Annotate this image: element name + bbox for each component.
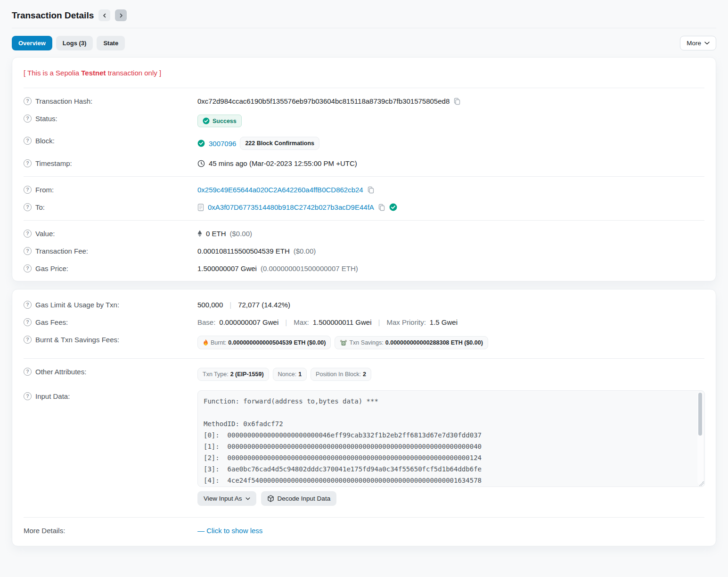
gas-usage-text: 72,077 (14.42%) [238, 301, 290, 309]
more-button[interactable]: More [680, 36, 716, 50]
check-circle-icon [203, 117, 210, 124]
gas-price-amount-text: 1.500000007 Gwei [197, 264, 257, 272]
tab-state[interactable]: State [97, 36, 125, 50]
input-data-line: [1]: 00000000000000000000000000000000000… [204, 441, 692, 452]
separator: | [229, 301, 231, 309]
block-label: ? Block: [24, 137, 197, 145]
view-input-as-button[interactable]: View Input As [197, 491, 256, 506]
help-icon[interactable]: ? [24, 247, 32, 255]
help-icon[interactable]: ? [24, 392, 32, 400]
decode-input-data-button[interactable]: Decode Input Data [261, 491, 337, 506]
txn-savings-value-text: 0.000000000000288308 ETH ($0.00) [385, 339, 483, 346]
status-value: Success [197, 115, 704, 127]
to-address-link[interactable]: 0xA3f07D6773514480b918C2742b027b3acD9E44… [208, 203, 374, 211]
help-icon[interactable]: ? [24, 368, 32, 376]
divider [24, 220, 704, 221]
timestamp-label: ? Timestamp: [24, 159, 197, 167]
value-value: 0 ETH ($0.00) [197, 230, 704, 238]
value-usd-text: ($0.00) [230, 230, 253, 238]
details-card: ? Gas Limit & Usage by Txn: 500,000 | 72… [12, 289, 716, 546]
copy-icon [367, 186, 375, 194]
value-label-text: Value: [35, 230, 55, 238]
copy-to-address-button[interactable] [378, 204, 385, 211]
tab-logs[interactable]: Logs (3) [56, 36, 93, 50]
more-button-label: More [687, 40, 701, 47]
input-data-textarea[interactable]: Function: forward(address to,bytes data)… [197, 390, 705, 487]
transaction-fee-label: ? Transaction Fee: [24, 247, 197, 255]
help-icon[interactable]: ? [24, 97, 32, 105]
testnet-warning-bold: Testnet [81, 69, 106, 77]
burnt-fees-value: Burnt: 0.000000000000504539 ETH ($0.00) … [197, 336, 704, 349]
base-fee-value: 0.000000007 Gwei [219, 318, 278, 326]
position-in-block-value: 2 [363, 371, 366, 378]
other-attributes-label-text: Other Attributes: [35, 368, 86, 376]
block-value: 3007096 222 Block Confirmations [197, 137, 704, 150]
chevron-left-icon [102, 13, 107, 18]
tabs: Overview Logs (3) State [12, 36, 680, 50]
help-icon[interactable]: ? [24, 230, 32, 238]
help-icon[interactable]: ? [24, 115, 32, 123]
help-icon[interactable]: ? [24, 318, 32, 326]
help-icon[interactable]: ? [24, 186, 32, 194]
help-icon[interactable]: ? [24, 336, 32, 344]
timestamp-text: 45 mins ago (Mar-02-2023 12:55:00 PM +UT… [209, 159, 357, 167]
divider [24, 517, 704, 518]
help-icon[interactable]: ? [24, 203, 32, 211]
transaction-fee-label-text: Transaction Fee: [35, 247, 88, 255]
txn-savings-badge: Txn Savings: 0.000000000000288308 ETH ($… [335, 336, 488, 349]
other-attributes-label: ? Other Attributes: [24, 368, 197, 376]
gas-limit-row: ? Gas Limit & Usage by Txn: 500,000 | 72… [24, 296, 704, 313]
timestamp-label-text: Timestamp: [35, 159, 72, 167]
resize-grip-icon[interactable] [699, 481, 704, 486]
input-data-scrollbar[interactable] [697, 392, 703, 485]
timestamp-row: ? Timestamp: 45 mins ago (Mar-02-2023 12… [24, 155, 704, 172]
to-row: ? To: 0xA3f07D6773514480b918C2742b027b3a… [24, 198, 704, 216]
decode-icon [267, 495, 274, 502]
txn-type-label: Txn Type: [203, 371, 229, 378]
help-icon[interactable]: ? [24, 159, 32, 167]
more-details-label: More Details: [24, 527, 197, 535]
scrollbar-thumb[interactable] [698, 393, 702, 436]
status-label-text: Status: [35, 115, 57, 123]
copy-from-address-button[interactable] [367, 186, 375, 194]
from-label-text: From: [35, 186, 54, 194]
transaction-hash-row: ? Transaction Hash: 0xc72d984ccac6190b5f… [24, 92, 704, 110]
tab-overview[interactable]: Overview [12, 36, 52, 50]
to-label-text: To: [35, 203, 45, 211]
block-row: ? Block: 3007096 222 Block Confirmations [24, 132, 704, 155]
divider [24, 88, 704, 88]
help-icon[interactable]: ? [24, 264, 32, 272]
page-title: Transaction Details [12, 10, 94, 21]
next-transaction-button[interactable] [115, 9, 127, 21]
burnt-fees-row: ? Burnt & Txn Savings Fees: Burnt: 0.000… [24, 331, 704, 354]
copy-transaction-hash-button[interactable] [453, 98, 461, 105]
input-data-line: [3]: 6ae0bc76cad4d5c94802dddc370041e175f… [204, 463, 692, 475]
nonce-value: 1 [298, 371, 302, 378]
previous-transaction-button[interactable] [98, 9, 110, 21]
input-data-line: [5]: 543c0000000000000000000000000000000… [204, 486, 692, 487]
gas-fees-label: ? Gas Fees: [24, 318, 197, 326]
input-data-line: MethodID: 0x6fadcf72 [204, 418, 692, 429]
help-icon[interactable]: ? [24, 137, 32, 145]
view-input-as-label: View Input As [204, 495, 242, 502]
base-fee-label: Base: [197, 318, 215, 326]
block-number-link[interactable]: 3007096 [209, 140, 236, 148]
other-attributes-value: Txn Type: 2 (EIP-1559) Nonce: 1 Position… [197, 368, 704, 381]
input-data-label-text: Input Data: [35, 392, 70, 400]
burnt-badge: Burnt: 0.000000000000504539 ETH ($0.00) [197, 336, 331, 349]
divider [24, 176, 704, 177]
click-to-show-less-link[interactable]: — Click to show less [197, 527, 262, 535]
from-address-link[interactable]: 0x259c49E65644a020C2A642260a4ffB0CD862cb… [197, 186, 363, 194]
gas-limit-label-text: Gas Limit & Usage by Txn: [35, 301, 119, 309]
chevron-down-icon [245, 497, 250, 500]
transaction-hash-label-text: Transaction Hash: [35, 97, 92, 105]
input-data-line [204, 407, 692, 418]
gas-price-value: 1.500000007 Gwei (0.000000001500000007 E… [197, 264, 704, 272]
chevron-right-icon [119, 13, 123, 18]
from-row: ? From: 0x259c49E65644a020C2A642260a4ffB… [24, 181, 704, 198]
max-fee-value: 1.500000011 Gwei [313, 318, 372, 326]
overview-card: [ This is a Sepolia Testnet transaction … [12, 57, 716, 281]
transaction-hash-value: 0xc72d984ccac6190b5f135576eb97b03604bc81… [197, 97, 704, 105]
help-icon[interactable]: ? [24, 301, 32, 309]
burnt-fees-label: ? Burnt & Txn Savings Fees: [24, 336, 197, 344]
